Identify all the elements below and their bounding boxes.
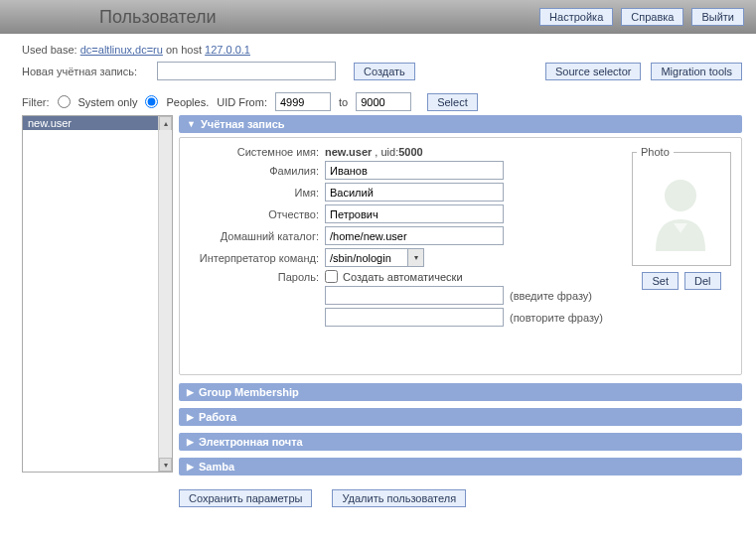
on-host-label: on host [166, 44, 202, 56]
uid-to-input[interactable] [356, 92, 411, 111]
uid-from-input[interactable] [275, 92, 331, 111]
scrollbar[interactable]: ▴ ▾ [158, 116, 172, 472]
name-input[interactable] [325, 183, 504, 202]
samba-section-title: Samba [199, 461, 234, 473]
surname-input[interactable] [325, 161, 504, 180]
chevron-down-icon: ▼ [187, 119, 196, 129]
photo-del-button[interactable]: Del [684, 272, 721, 290]
avatar-icon [646, 172, 715, 251]
page-title: Пользователи [99, 7, 539, 28]
home-label: Домашний каталог: [184, 230, 325, 242]
migration-tools-button[interactable]: Migration tools [651, 63, 742, 80]
header-bar: Пользователи Настройка Справка Выйти [0, 0, 756, 34]
photo-placeholder [637, 162, 724, 261]
host-link[interactable]: 127.0.0.1 [205, 44, 250, 56]
password-hint-repeat: (повторите фразу) [510, 312, 603, 324]
select-button[interactable]: Select [427, 93, 478, 111]
shell-label: Интерпретатор команд: [184, 252, 325, 264]
help-button[interactable]: Справка [621, 8, 683, 26]
account-body: Системное имя: new.user , uid:5000 Фамил… [179, 137, 742, 375]
email-section-title: Электронная почта [199, 436, 303, 448]
create-button[interactable]: Создать [354, 63, 415, 80]
used-base-label: Used base: [22, 44, 77, 56]
peoples-label: Peoples. [166, 96, 209, 108]
system-only-radio[interactable] [58, 95, 71, 108]
password-label: Пароль: [184, 271, 325, 283]
group-section-title: Group Membership [199, 386, 299, 398]
used-base-info: Used base: dc=altlinux,dc=ru on host 127… [22, 44, 742, 56]
uid-to-label: to [339, 96, 348, 108]
auto-create-label: Создать автоматически [343, 271, 463, 283]
photo-set-button[interactable]: Set [642, 272, 679, 290]
shell-select[interactable] [325, 248, 408, 267]
scroll-up-icon[interactable]: ▴ [159, 116, 172, 130]
chevron-right-icon: ▶ [187, 462, 194, 472]
home-input[interactable] [325, 226, 504, 245]
save-button[interactable]: Сохранить параметры [179, 489, 312, 507]
dropdown-icon[interactable]: ▾ [408, 248, 424, 267]
chevron-right-icon: ▶ [187, 412, 194, 422]
new-account-input[interactable] [157, 62, 336, 80]
photo-fieldset: Photo [632, 146, 731, 266]
account-section-title: Учётная запись [201, 118, 285, 130]
list-item[interactable]: new.user [23, 116, 172, 130]
patronymic-label: Отчество: [184, 208, 325, 220]
sysname-label: Системное имя: [184, 146, 325, 158]
photo-label: Photo [637, 146, 674, 158]
samba-section-header[interactable]: ▶ Samba [179, 458, 742, 475]
filter-row: Filter: System only Peoples. UID From: t… [22, 92, 742, 111]
surname-label: Фамилия: [184, 165, 325, 177]
patronymic-input[interactable] [325, 204, 504, 223]
work-section-title: Работа [199, 411, 236, 423]
source-selector-button[interactable]: Source selector [545, 63, 641, 80]
work-section-header[interactable]: ▶ Работа [179, 408, 742, 426]
scroll-down-icon[interactable]: ▾ [159, 458, 172, 472]
email-section-header[interactable]: ▶ Электронная почта [179, 433, 742, 451]
uid-from-label: UID From: [217, 96, 267, 108]
chevron-right-icon: ▶ [187, 387, 194, 397]
delete-user-button[interactable]: Удалить пользователя [332, 489, 466, 507]
new-account-row: Новая учётная запись: Создать Source sel… [22, 62, 742, 80]
chevron-right-icon: ▶ [187, 437, 194, 447]
password-repeat-input[interactable] [325, 308, 504, 327]
peoples-radio[interactable] [145, 95, 158, 108]
settings-button[interactable]: Настройка [539, 8, 613, 26]
auto-create-checkbox[interactable] [325, 270, 338, 283]
account-section-header[interactable]: ▼ Учётная запись [179, 115, 742, 133]
group-section-header[interactable]: ▶ Group Membership [179, 383, 742, 401]
password-hint-enter: (введите фразу) [510, 290, 592, 302]
used-base-link[interactable]: dc=altlinux,dc=ru [80, 44, 163, 56]
system-only-label: System only [78, 96, 138, 108]
name-label: Имя: [184, 187, 325, 199]
header-buttons: Настройка Справка Выйти [539, 8, 744, 26]
sysname-value: new.user , uid:5000 [325, 146, 423, 158]
new-account-label: Новая учётная запись: [22, 66, 151, 77]
filter-label: Filter: [22, 96, 50, 108]
password-input[interactable] [325, 286, 504, 305]
user-list[interactable]: new.user ▴ ▾ [22, 115, 173, 473]
exit-button[interactable]: Выйти [691, 8, 744, 26]
svg-point-0 [665, 180, 696, 211]
